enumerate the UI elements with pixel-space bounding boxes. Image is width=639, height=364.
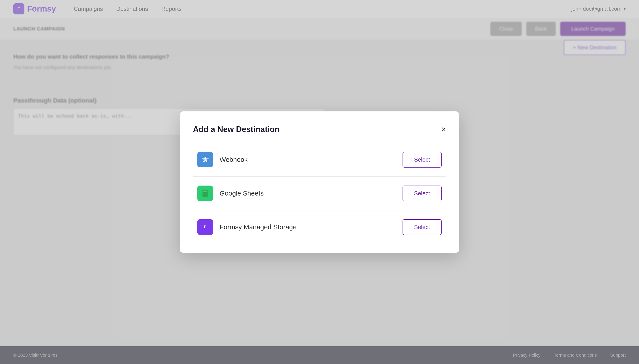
formsy-storage-icon: F — [197, 219, 213, 235]
google-sheets-label: Google Sheets — [220, 190, 264, 197]
modal-close-button[interactable]: × — [441, 126, 446, 134]
modal-add-destination: Add a New Destination × API Webhook Sele… — [180, 112, 459, 253]
destination-item-google-sheets: Google Sheets Select — [193, 177, 446, 210]
destination-left-sheets: Google Sheets — [197, 186, 264, 201]
modal-header: Add a New Destination × — [193, 125, 446, 134]
google-sheets-icon — [197, 186, 213, 201]
webhook-select-button[interactable]: Select — [403, 152, 442, 168]
svg-rect-3 — [203, 192, 207, 192]
svg-rect-2 — [203, 190, 208, 197]
google-sheets-select-button[interactable]: Select — [403, 186, 442, 201]
webhook-icon: API — [197, 152, 213, 167]
destination-left-formsy: F Formsy Managed Storage — [197, 219, 297, 235]
modal-title: Add a New Destination — [193, 125, 280, 134]
svg-text:API: API — [203, 158, 207, 161]
formsy-storage-select-button[interactable]: Select — [403, 219, 442, 235]
destination-item-webhook: API Webhook Select — [193, 143, 446, 177]
destination-item-formsy-storage: F Formsy Managed Storage Select — [193, 210, 446, 244]
svg-rect-4 — [203, 193, 207, 193]
svg-text:F: F — [204, 225, 207, 229]
svg-rect-6 — [203, 195, 206, 195]
modal-overlay: Add a New Destination × API Webhook Sele… — [0, 0, 639, 364]
webhook-label: Webhook — [220, 156, 248, 163]
destination-left-webhook: API Webhook — [197, 152, 248, 167]
svg-rect-5 — [203, 194, 207, 194]
formsy-storage-label: Formsy Managed Storage — [220, 223, 297, 231]
